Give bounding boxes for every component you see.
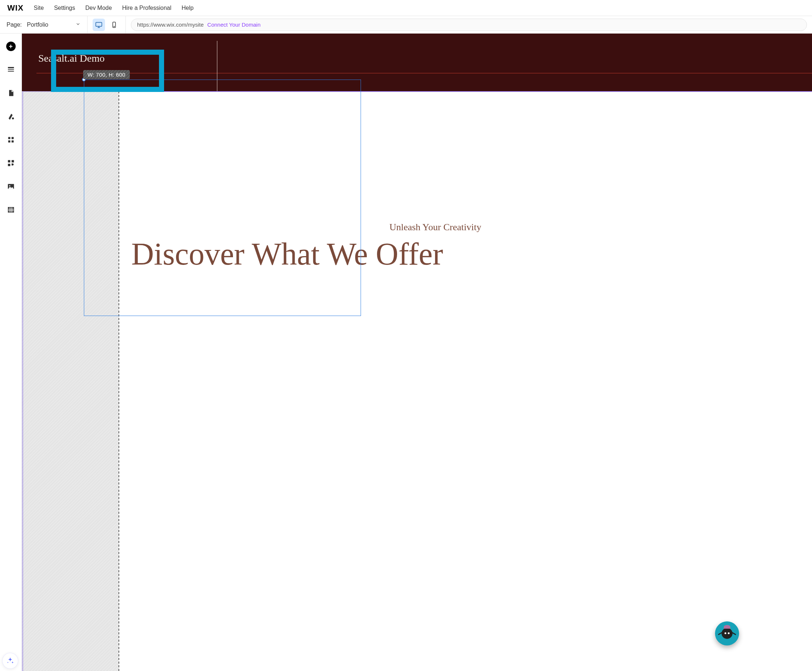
svg-rect-12: [11, 140, 14, 143]
svg-point-17: [9, 186, 10, 186]
page-name: Portfolio: [27, 22, 70, 28]
editor-toolbar: Page: Portfolio https://www.wix.com/mysi…: [0, 16, 812, 34]
rail-apps-button[interactable]: [5, 134, 16, 145]
svg-rect-11: [8, 140, 10, 143]
puzzle-icon: [7, 159, 15, 167]
theme-icon: [7, 112, 15, 121]
header-vertical-line: [217, 41, 217, 91]
svg-rect-7: [8, 71, 14, 72]
sections-icon: [7, 66, 15, 74]
page-icon: [7, 89, 15, 97]
page-boundary-line: [119, 91, 119, 671]
table-icon: [7, 206, 15, 213]
editor-main: + Seasalt.ai Demo: [0, 34, 812, 671]
section-edge-top: [22, 91, 812, 92]
ai-assistant-button[interactable]: [2, 653, 18, 669]
svg-rect-15: [8, 164, 10, 166]
canvas-body[interactable]: Unleash Your Creativity Discover What We…: [22, 91, 812, 671]
device-toggle: [88, 16, 126, 33]
out-of-bounds-overlay: [22, 91, 119, 671]
svg-rect-14: [11, 160, 14, 162]
url-bar[interactable]: https://www.wix.com/mysite Connect Your …: [131, 19, 807, 31]
page-selector[interactable]: Page: Portfolio: [0, 16, 88, 33]
site-header[interactable]: Seasalt.ai Demo: [22, 34, 812, 91]
rail-data-button[interactable]: [5, 204, 16, 215]
svg-rect-13: [8, 160, 10, 162]
url-bar-wrap: https://www.wix.com/mysite Connect Your …: [126, 16, 812, 33]
mobile-icon: [111, 22, 117, 28]
rail-pages-button[interactable]: [5, 88, 16, 99]
site-title[interactable]: Seasalt.ai Demo: [38, 53, 105, 64]
header-divider: [36, 73, 812, 73]
svg-rect-0: [96, 22, 102, 26]
editor-canvas[interactable]: Seasalt.ai Demo Unleash Your Creativity …: [22, 34, 812, 671]
chat-widget-button[interactable]: [715, 622, 739, 645]
menu-hire[interactable]: Hire a Professional: [122, 5, 172, 11]
image-icon: [7, 183, 15, 190]
menu-devmode[interactable]: Dev Mode: [85, 5, 112, 11]
svg-rect-10: [11, 137, 14, 140]
sparkle-icon: [6, 657, 14, 665]
hero-subtitle[interactable]: Unleash Your Creativity: [389, 222, 481, 233]
svg-rect-9: [8, 137, 10, 140]
size-badge: W: 700, H: 600: [83, 70, 130, 79]
svg-rect-6: [8, 69, 14, 70]
top-menu-bar: WIX Site Settings Dev Mode Hire a Profes…: [0, 0, 812, 16]
site-url: https://www.wix.com/mysite: [137, 22, 204, 28]
rail-sections-button[interactable]: [5, 64, 16, 75]
rail-media-button[interactable]: [5, 181, 16, 192]
mobile-view-button[interactable]: [108, 19, 120, 31]
desktop-view-button[interactable]: [93, 19, 105, 31]
rail-theme-button[interactable]: [5, 111, 16, 122]
svg-rect-18: [8, 207, 14, 212]
menu-site[interactable]: Site: [34, 5, 44, 11]
menu-help[interactable]: Help: [182, 5, 194, 11]
svg-rect-5: [8, 67, 14, 68]
connect-domain-link[interactable]: Connect Your Domain: [207, 22, 261, 28]
rail-addons-button[interactable]: [5, 158, 16, 169]
left-rail: +: [0, 34, 22, 671]
wix-logo: WIX: [7, 3, 24, 13]
rail-add-button[interactable]: +: [5, 41, 16, 52]
chat-avatar-icon: [722, 628, 732, 639]
hero-title[interactable]: Discover What We Offer: [131, 236, 443, 272]
page-label: Page:: [7, 22, 22, 28]
apps-icon: [7, 136, 15, 143]
chevron-down-icon: [75, 22, 81, 28]
svg-point-8: [12, 118, 14, 120]
menu-settings[interactable]: Settings: [54, 5, 75, 11]
desktop-icon: [95, 21, 102, 29]
plus-icon: +: [6, 42, 16, 51]
svg-point-4: [114, 26, 114, 27]
